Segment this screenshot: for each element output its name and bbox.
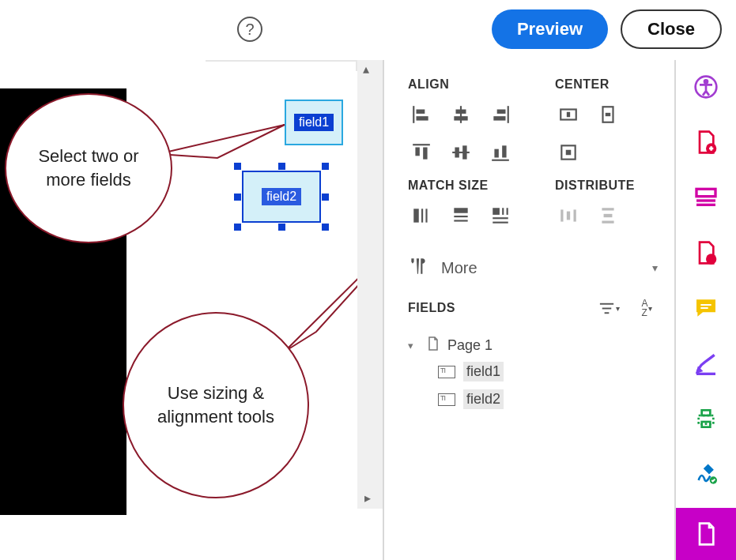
svg-rect-4 — [456, 110, 466, 114]
textfield-icon — [438, 366, 455, 378]
filter-icon[interactable]: ▾ — [598, 299, 620, 318]
svg-rect-40 — [602, 221, 613, 224]
callout-text: Use sizing & alignment tools — [140, 381, 292, 428]
svg-text:i: i — [710, 254, 712, 264]
svg-rect-6 — [508, 106, 509, 123]
svg-rect-30 — [567, 112, 570, 118]
tree-field-row[interactable]: field2 — [438, 385, 658, 413]
svg-rect-37 — [574, 209, 576, 221]
svg-rect-11 — [423, 148, 427, 160]
svg-rect-23 — [454, 220, 467, 221]
match-width-icon[interactable] — [408, 204, 435, 227]
callout-use-tools: Use sizing & alignment tools — [123, 312, 309, 498]
preview-button[interactable]: Preview — [492, 9, 608, 49]
svg-rect-26 — [507, 208, 508, 215]
page-label: Page 1 — [447, 337, 493, 354]
more-label: More — [441, 259, 477, 277]
close-button[interactable]: Close — [621, 9, 722, 49]
svg-rect-5 — [454, 116, 467, 120]
top-toolbar: ? Preview Close — [206, 0, 736, 58]
prepare-form-tool-active[interactable] — [676, 508, 736, 560]
field-label: field2 — [262, 188, 301, 205]
svg-rect-28 — [493, 222, 508, 224]
svg-rect-8 — [493, 116, 505, 120]
svg-rect-21 — [454, 208, 467, 213]
distribute-h-icon — [555, 204, 582, 227]
align-top-icon[interactable] — [408, 141, 435, 164]
match-height-icon[interactable] — [447, 204, 474, 227]
align-right-icon[interactable] — [487, 103, 514, 126]
center-v-icon[interactable] — [594, 103, 621, 126]
svg-rect-13 — [455, 148, 459, 158]
svg-rect-22 — [454, 216, 467, 217]
sign-icon[interactable] — [690, 458, 722, 490]
svg-rect-10 — [415, 148, 419, 156]
comment-icon[interactable] — [690, 292, 722, 324]
textfield-icon — [438, 393, 455, 406]
tree-field-name: field2 — [463, 389, 504, 409]
expand-panel-icon[interactable]: ▸ — [364, 490, 371, 506]
resize-handle[interactable] — [234, 194, 241, 201]
distribute-v-icon — [594, 204, 621, 227]
create-pdf-icon[interactable] — [690, 126, 722, 158]
svg-rect-41 — [600, 303, 613, 304]
svg-rect-42 — [602, 307, 612, 309]
svg-rect-14 — [462, 145, 466, 159]
tools-icon — [408, 256, 428, 280]
resize-handle[interactable] — [322, 194, 329, 201]
accessibility-icon[interactable] — [690, 71, 722, 103]
svg-rect-39 — [604, 214, 613, 217]
form-field-1[interactable]: field1 — [285, 100, 343, 145]
match-both-icon[interactable] — [487, 204, 514, 227]
svg-rect-47 — [696, 189, 715, 196]
svg-rect-25 — [502, 208, 504, 215]
svg-rect-38 — [602, 208, 613, 210]
svg-rect-0 — [413, 106, 414, 123]
help-button[interactable]: ? — [237, 17, 262, 42]
svg-rect-2 — [417, 116, 428, 120]
callout-select-fields: Select two or more fields — [5, 93, 172, 243]
pdf-info-icon[interactable]: i — [690, 237, 722, 269]
tree-field-name: field1 — [463, 362, 504, 381]
align-left-icon[interactable] — [408, 103, 435, 126]
vertical-scrollbar[interactable]: ▴ ▸ — [357, 60, 383, 509]
svg-rect-19 — [421, 209, 423, 222]
svg-rect-18 — [413, 209, 419, 222]
svg-rect-17 — [502, 145, 506, 157]
print-icon[interactable] — [690, 403, 722, 434]
chevron-down-icon: ▾ — [652, 261, 658, 274]
center-both-icon[interactable] — [555, 141, 582, 164]
page-icon — [427, 336, 440, 355]
svg-rect-35 — [560, 209, 563, 221]
tree-field-row[interactable]: field1 — [438, 358, 658, 385]
align-center-h-icon[interactable] — [447, 103, 474, 126]
more-options[interactable]: More ▾ — [408, 256, 658, 280]
svg-rect-16 — [494, 149, 498, 158]
svg-rect-32 — [606, 113, 611, 116]
chevron-down-icon: ▾ — [408, 340, 419, 351]
svg-rect-34 — [566, 150, 572, 156]
tree-page-row[interactable]: ▾ Page 1 — [408, 333, 658, 358]
scroll-up-icon[interactable]: ▴ — [363, 62, 369, 77]
edit-icon[interactable] — [690, 348, 722, 379]
resize-handle[interactable] — [322, 163, 329, 170]
svg-rect-15 — [492, 160, 509, 161]
align-center-v-icon[interactable] — [447, 141, 474, 164]
resize-handle[interactable] — [234, 224, 241, 231]
align-bottom-icon[interactable] — [487, 141, 514, 164]
fields-tree: ▾ Page 1 field1 field2 — [408, 333, 658, 413]
section-match-title: MATCH SIZE — [408, 179, 523, 193]
sort-az-icon[interactable]: AZ▾ — [636, 299, 658, 318]
center-h-icon[interactable] — [555, 103, 582, 126]
svg-rect-24 — [493, 208, 500, 215]
svg-rect-36 — [567, 212, 570, 220]
layout-icon[interactable] — [690, 182, 722, 213]
svg-point-45 — [704, 80, 708, 83]
section-center-title: CENTER — [555, 77, 658, 92]
svg-rect-27 — [493, 217, 508, 219]
properties-panel: ALIGN MATCH SIZE CENTER — [383, 60, 675, 560]
tools-rail: i — [674, 60, 736, 560]
svg-rect-53 — [702, 410, 711, 415]
svg-rect-20 — [425, 209, 427, 222]
section-align-title: ALIGN — [408, 77, 523, 92]
